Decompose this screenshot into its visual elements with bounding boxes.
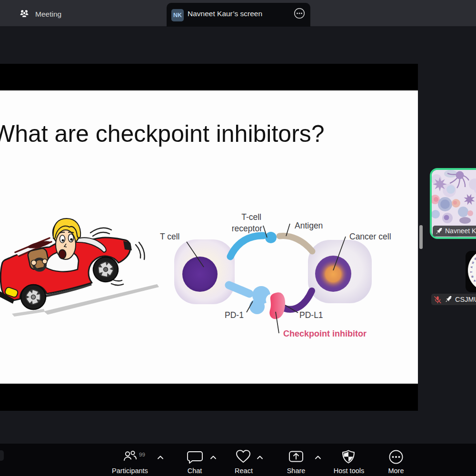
svg-text:Checkpoint inhibitor: Checkpoint inhibitor	[283, 329, 367, 338]
svg-text:PD-L1: PD-L1	[299, 310, 323, 320]
svg-text:T cell: T cell	[160, 232, 180, 241]
svg-text:T-cell: T-cell	[241, 212, 261, 222]
svg-text:PD-1: PD-1	[225, 310, 244, 320]
svg-text:receptor: receptor	[232, 224, 262, 233]
svg-text:Cancer cell: Cancer cell	[349, 232, 391, 241]
svg-text:Antigen: Antigen	[295, 221, 323, 230]
